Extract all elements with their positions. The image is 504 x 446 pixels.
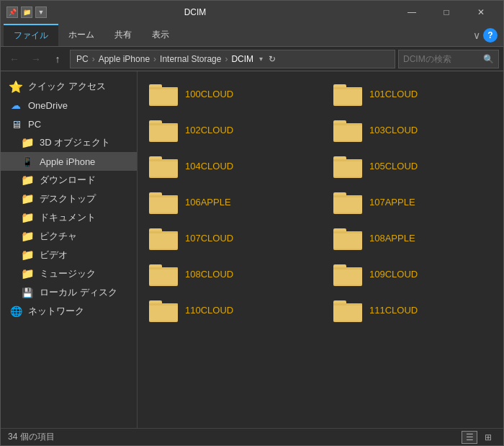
- sidebar-item-documents[interactable]: 📁 ドキュメント: [1, 208, 137, 227]
- search-input[interactable]: [403, 54, 480, 64]
- star-icon: ⭐: [9, 80, 22, 93]
- breadcrumb-dropdown-icon[interactable]: ▾: [259, 55, 263, 63]
- sidebar-item-disk[interactable]: 💾 ローカル ディスク: [1, 283, 137, 302]
- folder-icon: [149, 153, 178, 178]
- address-bar: ← → ↑ PC › Apple iPhone › Internal Stora…: [1, 47, 503, 71]
- svg-rect-29: [333, 159, 362, 161]
- sidebar-item-onedrive[interactable]: ☁ OneDrive: [1, 96, 137, 115]
- sidebar-item-videos[interactable]: 📁 ビデオ: [1, 246, 137, 264]
- list-item[interactable]: 103CLOUD: [328, 113, 498, 146]
- folder-icon: [149, 117, 178, 142]
- sidebar-item-pc[interactable]: 🖥 PC: [1, 115, 137, 133]
- folder-name: 109CLOUD: [369, 269, 418, 280]
- svg-rect-49: [333, 231, 362, 233]
- disk-icon: 💾: [21, 286, 34, 299]
- list-item[interactable]: 108APPLE: [328, 221, 498, 254]
- breadcrumb-sep1: ›: [92, 54, 95, 64]
- folder-icon: [333, 153, 362, 178]
- cloud-icon: ☁: [9, 99, 22, 112]
- title-bar: 📌 📁 ▼ DCIM — □ ✕: [1, 1, 503, 24]
- breadcrumb-dcim: DCIM: [231, 54, 253, 64]
- list-item[interactable]: 104CLOUD: [143, 149, 313, 182]
- sidebar-item-network[interactable]: 🌐 ネットワーク: [1, 302, 137, 321]
- list-item[interactable]: 110CLOUD: [143, 293, 313, 326]
- folder-dl-icon: 📁: [21, 174, 34, 187]
- folder-icon: [333, 117, 362, 142]
- folder-name: 106APPLE: [185, 197, 231, 208]
- svg-rect-43: [149, 231, 178, 249]
- sidebar-item-music[interactable]: 📁 ミュージック: [1, 264, 137, 283]
- folder-name: 103CLOUD: [369, 125, 418, 135]
- back-button[interactable]: ←: [5, 50, 24, 68]
- sidebar-item-desktop[interactable]: 📁 デスクトップ: [1, 189, 137, 208]
- folder-vid-icon: 📁: [21, 249, 34, 262]
- tab-home[interactable]: ホーム: [58, 24, 104, 45]
- status-count: 34 個の項目: [8, 431, 55, 443]
- tab-view[interactable]: 表示: [142, 24, 179, 45]
- folder-name: 108APPLE: [369, 233, 415, 244]
- list-item[interactable]: 101CLOUD: [328, 77, 498, 110]
- folder-icon: [333, 262, 362, 286]
- search-icon: 🔍: [483, 54, 494, 64]
- breadcrumb-pc: PC: [76, 54, 89, 64]
- help-button[interactable]: ?: [483, 28, 498, 43]
- list-item[interactable]: 100CLOUD: [143, 77, 313, 110]
- folder-name: 100CLOUD: [185, 89, 233, 99]
- svg-rect-48: [333, 231, 362, 249]
- svg-rect-3: [149, 87, 178, 104]
- sidebar-item-downloads[interactable]: 📁 ダウンロード: [1, 171, 137, 189]
- up-button[interactable]: ↑: [48, 50, 67, 68]
- list-item[interactable]: 108CLOUD: [143, 257, 313, 290]
- svg-rect-23: [149, 159, 178, 177]
- folder-icon: 📁: [21, 6, 32, 18]
- list-item[interactable]: 107APPLE: [328, 185, 498, 218]
- list-item[interactable]: 107CLOUD: [143, 221, 313, 254]
- svg-rect-24: [149, 159, 178, 161]
- list-item[interactable]: 102CLOUD: [143, 113, 313, 146]
- forward-button[interactable]: →: [27, 50, 45, 68]
- ribbon: ファイル ホーム 共有 表示 ∨ ?: [1, 24, 503, 47]
- breadcrumb[interactable]: PC › Apple iPhone › Internal Storage › D…: [70, 50, 395, 68]
- svg-rect-33: [149, 195, 178, 213]
- grid-view-button[interactable]: ⊞: [480, 431, 496, 444]
- list-item[interactable]: 111CLOUD: [328, 293, 498, 326]
- folder-icon: [333, 81, 362, 106]
- svg-rect-34: [149, 195, 178, 197]
- list-item[interactable]: 109CLOUD: [328, 257, 498, 290]
- breadcrumb-sep2: ›: [153, 54, 156, 64]
- folder-name: 107APPLE: [369, 197, 415, 208]
- close-button[interactable]: ✕: [464, 1, 498, 24]
- folder-icon: [149, 226, 178, 250]
- minimize-button[interactable]: —: [395, 1, 428, 24]
- svg-rect-19: [333, 123, 362, 125]
- status-bar: 34 個の項目 ☰ ⊞: [1, 428, 503, 445]
- folder-3d-icon: 📁: [21, 136, 34, 149]
- svg-rect-54: [149, 267, 178, 269]
- folder-icon: [333, 298, 362, 322]
- tab-share[interactable]: 共有: [104, 24, 142, 45]
- sidebar: ⭐ クイック アクセス ☁ OneDrive 🖥 PC 📁 3D オブジェクト …: [1, 71, 138, 428]
- window-controls: — □ ✕: [395, 1, 498, 24]
- tab-file[interactable]: ファイル: [4, 24, 58, 46]
- ribbon-chevron-icon[interactable]: ∨: [473, 30, 480, 41]
- list-view-button[interactable]: ☰: [462, 431, 477, 444]
- list-item[interactable]: 106APPLE: [143, 185, 313, 218]
- sidebar-item-iphone[interactable]: 📱 Apple iPhone: [1, 152, 137, 171]
- folder-name: 107CLOUD: [185, 233, 233, 244]
- maximize-button[interactable]: □: [430, 1, 463, 24]
- sidebar-item-pictures[interactable]: 📁 ピクチャ: [1, 227, 137, 246]
- breadcrumb-iphone: Apple iPhone: [99, 54, 150, 64]
- svg-rect-4: [149, 87, 178, 89]
- svg-rect-39: [333, 195, 362, 197]
- breadcrumb-sep3: ›: [225, 54, 228, 64]
- svg-rect-28: [333, 159, 362, 177]
- sidebar-item-quick-access[interactable]: ⭐ クイック アクセス: [1, 77, 137, 96]
- refresh-button[interactable]: ↻: [267, 53, 277, 66]
- sidebar-item-3d[interactable]: 📁 3D オブジェクト: [1, 133, 137, 152]
- svg-rect-58: [333, 267, 362, 285]
- search-box: 🔍: [398, 50, 499, 68]
- svg-rect-18: [333, 123, 362, 141]
- svg-rect-9: [333, 87, 362, 89]
- list-item[interactable]: 105CLOUD: [328, 149, 498, 182]
- breadcrumb-storage: Internal Storage: [160, 54, 221, 64]
